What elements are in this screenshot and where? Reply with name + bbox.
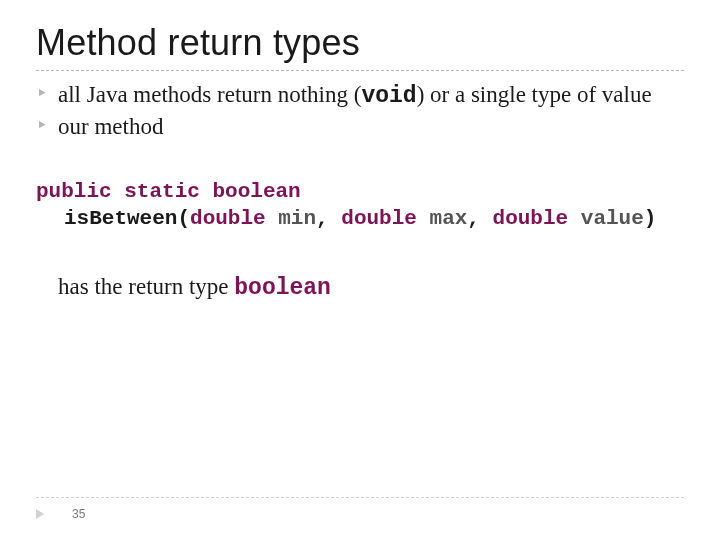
code-line: public static boolean: [36, 178, 684, 205]
bullet-text: all Java methods return nothing (: [58, 82, 361, 107]
bullet-text: our method: [58, 114, 163, 139]
comma: ,: [467, 207, 492, 230]
slide-title: Method return types: [36, 22, 684, 64]
keyword-double: double: [341, 207, 417, 230]
paren: (: [177, 207, 190, 230]
page-number: 35: [72, 507, 85, 521]
bullet-list: all Java methods return nothing (void) o…: [36, 81, 684, 142]
closing-text: has the return type boolean: [58, 274, 684, 301]
slide-footer: 35: [36, 497, 684, 522]
inline-code: void: [361, 83, 416, 109]
method-name: isBetween: [64, 207, 177, 230]
bullet-item: all Java methods return nothing (void) o…: [36, 81, 684, 111]
closing-pre: has the return type: [58, 274, 234, 299]
param-name: value: [568, 207, 644, 230]
code-block: public static boolean isBetween(double m…: [36, 178, 684, 233]
code-text: [200, 180, 213, 203]
keyword-public: public: [36, 180, 112, 203]
keyword-boolean: boolean: [212, 180, 300, 203]
keyword-double: double: [190, 207, 266, 230]
bullet-text: ) or a single type of value: [417, 82, 652, 107]
comma: ,: [316, 207, 341, 230]
bullet-item: our method: [36, 113, 684, 142]
param-name: max: [417, 207, 467, 230]
triangle-icon: [36, 509, 44, 519]
code-text: [112, 180, 125, 203]
param-name: min: [266, 207, 316, 230]
keyword-static: static: [124, 180, 200, 203]
code-line: isBetween(double min, double max, double…: [36, 205, 684, 232]
keyword-boolean: boolean: [234, 275, 331, 301]
paren: ): [644, 207, 657, 230]
keyword-double: double: [493, 207, 569, 230]
footer-divider: [36, 497, 684, 498]
title-divider: [36, 70, 684, 71]
slide: Method return types all Java methods ret…: [0, 0, 720, 540]
